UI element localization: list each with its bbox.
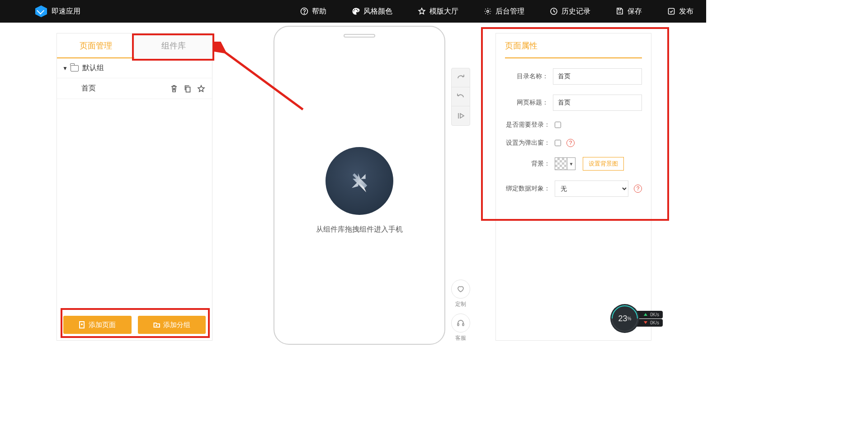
row-page-title: 网页标题： — [505, 95, 642, 111]
publish-icon — [667, 7, 675, 15]
add-group-icon — [153, 321, 160, 328]
top-bar: 即速应用 帮助 风格颜色 模版大厅 后台管理 历史记录 保存 发布 — [0, 0, 706, 23]
brand: 即速应用 — [35, 5, 80, 17]
bind-label: 绑定数据对象： — [505, 185, 550, 193]
popup-checkbox[interactable] — [555, 140, 561, 146]
bg-swatch[interactable] — [555, 157, 567, 170]
add-page-button[interactable]: 添加页面 — [63, 316, 132, 334]
add-group-button[interactable]: 添加分组 — [138, 316, 206, 334]
star-outline-icon[interactable] — [197, 84, 206, 93]
side-history-controls — [451, 68, 470, 126]
redo-button[interactable] — [452, 68, 470, 87]
page-row[interactable]: 首页 — [57, 78, 212, 99]
row-bind-data: 绑定数据对象： 无 ? — [505, 181, 642, 197]
collapse-icon: ▼ — [62, 65, 68, 71]
nav-templates[interactable]: 模版大厅 — [405, 0, 471, 23]
phone-screen[interactable]: 从组件库拖拽组件进入手机 — [274, 46, 444, 336]
save-icon — [616, 7, 624, 15]
history-icon — [550, 7, 558, 15]
bind-help-icon[interactable]: ? — [634, 185, 642, 193]
perf-circle: 23% — [610, 304, 639, 333]
drag-hint-text: 从组件库拖拽组件进入手机 — [316, 225, 403, 234]
add-page-icon — [79, 321, 86, 328]
star-icon — [418, 7, 426, 15]
page-label: 首页 — [81, 84, 96, 93]
bg-image-button[interactable]: 设置背景图 — [583, 157, 624, 171]
left-panel: 页面管理 组件库 ▼ 默认组 首页 添加页面 添加分组 — [57, 33, 212, 341]
brand-text: 即速应用 — [52, 7, 80, 16]
custom-button[interactable] — [451, 280, 470, 299]
nav-admin[interactable]: 后台管理 — [471, 0, 537, 23]
logo-icon — [35, 5, 47, 17]
service-label: 客服 — [451, 334, 470, 342]
svg-rect-8 — [458, 323, 459, 326]
phone-preview: 从组件库拖拽组件进入手机 — [274, 26, 445, 345]
login-checkbox[interactable] — [555, 122, 561, 128]
right-panel: 页面属性 目录名称： 网页标题： 是否需要登录： 设置为弹出窗： ? 背景： ▼… — [495, 33, 651, 341]
nav-style[interactable]: 风格颜色 — [339, 0, 405, 23]
row-dir-name: 目录名称： — [505, 68, 642, 85]
undo-button[interactable] — [452, 87, 470, 106]
dir-name-input[interactable] — [553, 68, 642, 85]
left-actions: 添加页面 添加分组 — [57, 309, 212, 340]
tab-component-lib[interactable]: 组件库 — [134, 33, 212, 58]
palette-icon — [352, 7, 360, 15]
nav-save[interactable]: 保存 — [603, 0, 655, 23]
row-popup: 设置为弹出窗： ? — [505, 139, 642, 147]
nav-publish[interactable]: 发布 — [655, 0, 706, 23]
nav-help[interactable]: 帮助 — [288, 0, 339, 23]
perf-bars: 0K/s 0K/s — [637, 310, 663, 327]
play-button[interactable] — [452, 106, 470, 125]
bg-label: 背景： — [505, 160, 550, 168]
page-title-input[interactable] — [553, 95, 642, 111]
drag-hint-icon — [326, 147, 393, 215]
nav-history[interactable]: 历史记录 — [537, 0, 603, 23]
gear-icon — [484, 7, 492, 15]
popup-help-icon[interactable]: ? — [566, 139, 575, 147]
help-icon — [300, 7, 308, 15]
group-row[interactable]: ▼ 默认组 — [57, 58, 212, 78]
row-background: 背景： ▼ 设置背景图 — [505, 157, 642, 171]
perf-download: 0K/s — [637, 319, 663, 327]
left-tabs: 页面管理 组件库 — [57, 33, 212, 58]
performance-widget[interactable]: 23% 0K/s 0K/s — [610, 304, 663, 333]
svg-rect-4 — [669, 9, 675, 14]
login-label: 是否需要登录： — [505, 121, 550, 129]
group-label: 默认组 — [82, 63, 104, 73]
service-button[interactable] — [451, 314, 470, 333]
phone-speaker — [344, 34, 375, 38]
bg-dropdown[interactable]: ▼ — [567, 157, 576, 170]
row-require-login: 是否需要登录： — [505, 121, 642, 129]
bind-select[interactable]: 无 — [555, 181, 628, 197]
svg-rect-5 — [186, 87, 190, 92]
trash-icon[interactable] — [170, 84, 179, 93]
page-title-label: 网页标题： — [505, 99, 548, 107]
page-list-area — [57, 99, 212, 309]
copy-icon[interactable] — [183, 84, 192, 93]
right-panel-title: 页面属性 — [505, 33, 642, 58]
top-nav: 帮助 风格颜色 模版大厅 后台管理 历史记录 保存 发布 — [288, 0, 706, 23]
popup-label: 设置为弹出窗： — [505, 139, 550, 147]
svg-point-2 — [487, 10, 489, 13]
folder-icon — [71, 65, 79, 71]
side-extra: 定制 客服 — [451, 280, 470, 347]
tab-page-manage[interactable]: 页面管理 — [57, 33, 134, 58]
svg-rect-9 — [462, 323, 464, 326]
custom-label: 定制 — [451, 300, 470, 308]
svg-point-1 — [304, 13, 304, 14]
perf-upload: 0K/s — [637, 311, 663, 318]
dir-name-label: 目录名称： — [505, 72, 548, 81]
